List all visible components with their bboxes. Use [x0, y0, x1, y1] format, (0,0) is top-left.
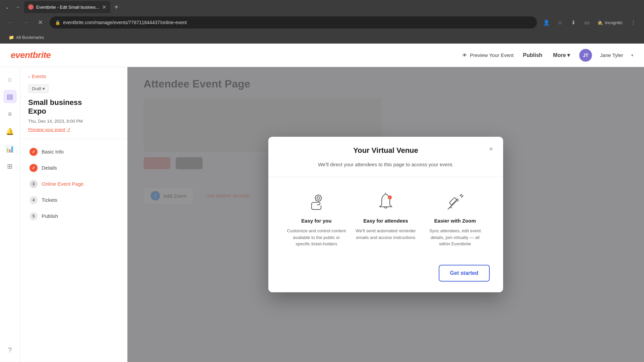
browser-chrome: ⌄ ← Eventbrite - Edit Small busines... ✕… [0, 0, 644, 44]
download-button[interactable]: ⬇ [568, 17, 579, 28]
feature-attendees-title: Easy for attendees [363, 218, 408, 224]
preview-label: Preview Your Event [470, 52, 514, 58]
back-to-events[interactable]: ‹ Events [28, 74, 119, 79]
step-4-badge: 4 [30, 196, 38, 204]
list-icon-button[interactable]: ≡ [3, 107, 17, 121]
grid-icon-button[interactable]: ⊞ [3, 160, 17, 173]
publish-label: Publish [42, 213, 58, 219]
icon-strip: ⌂ ▤ ≡ 🔔 📊 ⊞ ? [0, 67, 20, 362]
eye-icon: 👁 [462, 52, 467, 58]
modal-header: Your Virtual Venue × [268, 137, 503, 162]
sidebar-item-online-event-page[interactable]: 3 Online Event Page [25, 177, 122, 191]
more-button[interactable]: More ▾ [552, 49, 571, 61]
sidebar-item-basic-info[interactable]: ✓ Basic Info [25, 144, 122, 159]
modal-title: Your Virtual Venue [353, 146, 418, 155]
external-link-icon: ↗ [67, 127, 70, 132]
menu-button[interactable]: ⋮ [628, 17, 639, 28]
preview-event-button[interactable]: 👁 Preview Your Event [462, 52, 514, 58]
draft-chevron-icon: ▾ [43, 86, 45, 91]
event-sidebar: ‹ Events Draft ▾ Small business Expo Thu… [20, 67, 127, 362]
event-title-line2: Expo [28, 107, 46, 115]
event-preview-link[interactable]: Preview your event ↗ [28, 127, 119, 132]
tab-back-button[interactable]: ← [13, 2, 23, 12]
get-started-button[interactable]: Get started [439, 265, 490, 282]
address-bar[interactable]: 🔒 eventbrite.com/manage/events/776711644… [50, 16, 537, 28]
step-3-badge: 3 [30, 180, 38, 188]
details-label: Details [42, 165, 57, 171]
draft-label: Draft [32, 86, 41, 91]
draft-badge[interactable]: Draft ▾ [28, 84, 49, 93]
bookmarks-folder[interactable]: 📁 All Bookmarks [5, 34, 47, 41]
browser-nav: ← → ✕ 🔒 eventbrite.com/manage/events/776… [0, 14, 644, 31]
svg-text:!: ! [389, 196, 390, 199]
chart-icon-button[interactable]: 📊 [3, 142, 17, 156]
tab-title: Eventbrite - Edit Small busines... [36, 5, 99, 10]
user-initials: JT [583, 53, 588, 58]
eventbrite-header: eventbrite 👁 Preview Your Event Publish … [0, 44, 644, 67]
feature-zoom-desc: Sync attendees, edit event details, join… [425, 228, 485, 247]
main-layout: ⌂ ▤ ≡ 🔔 📊 ⊞ ? ‹ Events Draft ▾ Small bus… [0, 67, 644, 362]
sidebar-item-details[interactable]: ✓ Details [25, 161, 122, 175]
feature-easy-for-you: Easy for you Customize and control conte… [286, 190, 346, 247]
user-chevron-icon: ▾ [631, 53, 633, 58]
profile-button[interactable]: 👤 [541, 17, 552, 28]
folder-icon: 📁 [9, 35, 14, 40]
publish-button[interactable]: Publish [522, 50, 544, 61]
incognito-badge[interactable]: 🕵 Incognito [595, 19, 625, 26]
tab-list-button[interactable]: ⌄ [3, 2, 12, 12]
virtual-venue-modal: Your Virtual Venue × We'll direct your a… [268, 137, 503, 292]
bookmarks-label: All Bookmarks [16, 35, 44, 40]
user-name[interactable]: Jane Tyler [600, 52, 623, 58]
edit-icon-button[interactable]: ▤ [3, 90, 17, 103]
incognito-icon: 🕵 [597, 20, 603, 25]
favorite-button[interactable]: ☆ [554, 17, 565, 28]
svg-point-17 [456, 199, 458, 201]
sidebar-item-tickets[interactable]: 4 Tickets [25, 193, 122, 207]
preview-link-text: Preview your event [28, 127, 65, 132]
tab-close-button[interactable]: ✕ [102, 4, 106, 10]
page-wrapper: eventbrite 👁 Preview Your Event Publish … [0, 44, 644, 362]
user-avatar[interactable]: JT [579, 49, 592, 62]
modal-subtitle: We'll direct your attendees to this page… [268, 162, 503, 177]
sidebar-nav-items: ✓ Basic Info ✓ Details 3 Online Event Pa… [20, 144, 127, 224]
svg-point-1 [317, 197, 320, 199]
main-content: Attendee Event Page Share additional con… [127, 67, 644, 362]
svg-point-11 [388, 195, 392, 199]
help-icon-button[interactable]: ? [3, 343, 17, 357]
step-2-badge: ✓ [30, 164, 38, 172]
svg-line-16 [461, 195, 463, 197]
extension-button[interactable]: ▭ [581, 17, 592, 28]
feature-attendees-desc: We'll send automated reminder emails and… [356, 228, 416, 241]
event-title-line1: Small business [28, 98, 82, 107]
bell-notification-icon: ! [374, 190, 397, 214]
browser-reload-button[interactable]: ✕ [35, 17, 46, 28]
feature-easy-you-title: Easy for you [301, 218, 331, 224]
step-1-badge: ✓ [30, 148, 38, 156]
modal-footer: Get started [268, 258, 503, 292]
feature-easier-with-zoom: Easier with Zoom Sync attendees, edit ev… [425, 190, 485, 247]
bookmarks-bar: 📁 All Bookmarks [0, 31, 644, 44]
tab-favicon [28, 4, 34, 10]
incognito-label: Incognito [605, 20, 623, 25]
feature-easy-you-desc: Customize and control content available … [286, 228, 346, 247]
sidebar-item-publish[interactable]: 5 Publish [25, 209, 122, 224]
lock-icon: 🔒 [55, 20, 60, 25]
new-tab-button[interactable]: + [112, 2, 121, 12]
url-text: eventbrite.com/manage/events/77671164443… [63, 20, 187, 25]
svg-line-15 [460, 194, 462, 196]
more-label: More [553, 52, 566, 58]
alert-icon-button[interactable]: 🔔 [3, 125, 17, 138]
hand-gear-icon [305, 190, 328, 214]
active-tab[interactable]: Eventbrite - Edit Small busines... ✕ [24, 1, 110, 13]
browser-back-button[interactable]: ← [5, 17, 16, 28]
home-icon-button[interactable]: ⌂ [3, 72, 17, 86]
browser-forward-button[interactable]: → [20, 17, 31, 28]
eventbrite-logo: eventbrite [11, 50, 51, 60]
event-title: Small business Expo [28, 98, 119, 116]
step-5-badge: 5 [30, 212, 38, 220]
online-event-page-label: Online Event Page [42, 181, 84, 187]
feature-zoom-title: Easier with Zoom [434, 218, 476, 224]
browser-nav-actions: 👤 ☆ ⬇ ▭ 🕵 Incognito ⋮ [541, 17, 639, 28]
chevron-down-icon: ▾ [567, 52, 570, 58]
modal-close-button[interactable]: × [486, 143, 496, 154]
